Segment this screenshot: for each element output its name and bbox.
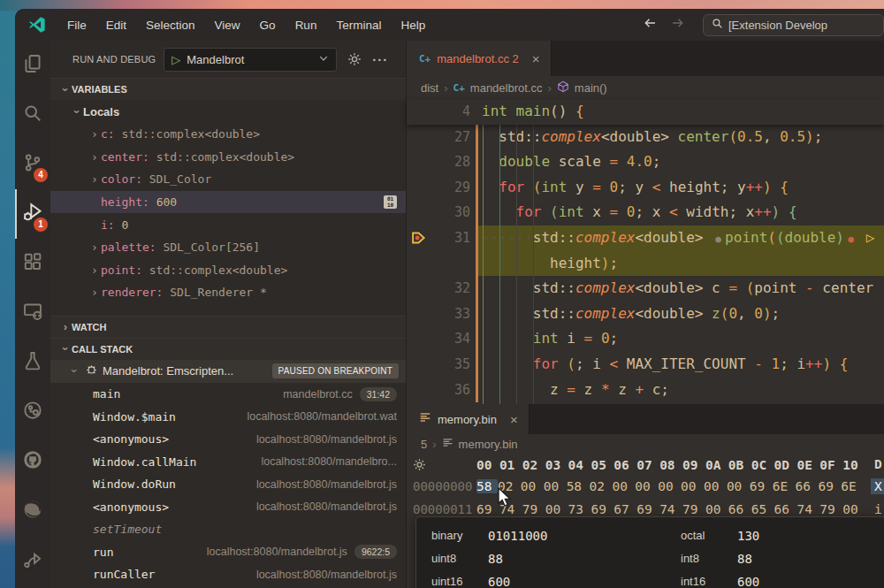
more-actions-button[interactable]: ··· <box>372 52 388 67</box>
hex-byte[interactable]: 69 <box>636 502 659 516</box>
debug-settings-gear-icon[interactable] <box>347 52 362 66</box>
activitybar-references[interactable] <box>15 387 50 437</box>
code-line-28[interactable]: 28 double scale = 4.0; <box>407 149 884 175</box>
code-editor[interactable]: 27 std::complex<double> center(0.5, 0.5)… <box>407 125 884 404</box>
hex-settings-gear-icon[interactable] <box>407 458 476 471</box>
hex-byte[interactable]: 69 <box>818 479 841 493</box>
hex-byte[interactable]: 69 <box>476 502 499 516</box>
code-line-34[interactable]: 34 int i = 0; <box>407 326 884 352</box>
debug-session-row[interactable]: › Mandelbrot: Emscripten... PAUSED ON BR… <box>50 360 406 383</box>
hex-byte[interactable]: 79 <box>682 502 705 516</box>
stack-frame[interactable]: mainmandelbrot.cc31:42 <box>50 383 406 406</box>
command-center-search[interactable]: [Extension Develop <box>703 14 884 36</box>
variable-row[interactable]: i: 0 <box>50 213 406 236</box>
breadcrumb-file[interactable]: memory.bin <box>459 438 518 451</box>
hex-byte[interactable]: 00 <box>727 479 750 493</box>
code-line-wrap[interactable]: height); <box>407 251 884 277</box>
menu-terminal[interactable]: Terminal <box>326 19 391 32</box>
hex-byte[interactable]: 00 <box>521 479 544 493</box>
back-button[interactable] <box>643 16 658 34</box>
code-line-33[interactable]: 33 std::complex<double> z(0, 0); <box>407 302 884 327</box>
close-icon[interactable]: × <box>510 412 518 427</box>
hex-byte[interactable]: 66 <box>774 502 797 516</box>
hex-byte[interactable]: 74 <box>659 502 682 516</box>
decoded-text-cell[interactable]: X <box>871 478 884 494</box>
hex-byte[interactable]: 69 <box>591 502 613 516</box>
forward-button[interactable] <box>670 16 685 34</box>
activitybar-github[interactable] <box>15 437 50 486</box>
stack-frame[interactable]: <anonymous>localhost:8080/mandelbrot.js <box>50 495 406 518</box>
code-line-35[interactable]: 35 for (; i < MAX_ITER_COUNT - 1; i++) { <box>407 352 884 378</box>
hex-byte[interactable]: 00 <box>842 502 865 516</box>
hex-byte[interactable]: 00 <box>544 479 567 493</box>
variable-row[interactable]: ›center: std::complex<double> <box>50 146 406 169</box>
watch-section-header[interactable]: › WATCH <box>50 316 406 338</box>
tab-memory-bin[interactable]: memory.bin × <box>407 404 530 434</box>
hex-byte[interactable]: 02 <box>498 479 521 493</box>
launch-config-dropdown[interactable]: ▷ Mandelbrot <box>164 48 337 72</box>
menu-edit[interactable]: Edit <box>96 19 136 32</box>
code-line-30[interactable]: 30 for (int x = 0; x < width; x++) { <box>407 200 884 225</box>
variable-row[interactable]: ›c: std::complex<double> <box>50 123 406 146</box>
start-debug-icon[interactable]: ▷ <box>171 53 180 66</box>
menu-file[interactable]: File <box>57 19 96 32</box>
hex-byte[interactable]: 65 <box>751 502 774 516</box>
activitybar-live-share[interactable] <box>15 536 50 585</box>
hex-byte[interactable]: 00 <box>704 479 727 493</box>
code-line-27[interactable]: 27 std::complex<double> center(0.5, 0.5)… <box>407 125 884 150</box>
decoded-text-cell[interactable]: i <box>871 501 884 517</box>
activitybar-remote-explorer[interactable] <box>15 288 50 338</box>
activitybar-search[interactable] <box>15 90 50 140</box>
code-line-31[interactable]: 31······std::complex<double> ●point((dou… <box>407 225 884 251</box>
locals-scope-row[interactable]: › Locals <box>50 100 406 123</box>
hex-byte[interactable]: 79 <box>522 502 545 516</box>
inline-breakpoint-dot-icon[interactable]: ● <box>844 227 857 253</box>
hex-byte[interactable]: 74 <box>499 502 522 516</box>
hex-byte[interactable]: 67 <box>613 502 636 516</box>
hex-byte[interactable]: 58 <box>476 479 498 493</box>
activitybar-source-control[interactable]: 4 <box>15 140 50 189</box>
sticky-scroll-line[interactable]: 4int main() { <box>407 99 884 125</box>
hex-byte[interactable]: 74 <box>796 502 819 516</box>
inline-breakpoint-dot-icon[interactable]: ● <box>712 227 725 253</box>
hex-byte[interactable]: 73 <box>568 502 591 516</box>
activitybar-extensions[interactable] <box>15 239 50 288</box>
hex-byte[interactable]: 6E <box>841 479 864 493</box>
variable-row[interactable]: ›palette: SDL_Color[256] <box>50 236 406 259</box>
stack-frame[interactable]: <anonymous>localhost:8080/mandelbrot.js <box>50 428 406 451</box>
hex-byte[interactable]: 00 <box>612 479 635 493</box>
hex-byte[interactable]: 00 <box>545 502 568 516</box>
hex-byte[interactable]: 66 <box>728 502 751 516</box>
view-binary-icon[interactable]: 0110 <box>384 195 397 209</box>
menu-go[interactable]: Go <box>250 19 286 32</box>
hex-byte[interactable]: 02 <box>590 479 613 493</box>
close-icon[interactable]: × <box>532 51 540 66</box>
stack-frame[interactable]: Window.callMainlocalhost:8080/mandelbro.… <box>50 450 406 473</box>
code-line-36[interactable]: 36 z = z * z + c; <box>407 378 884 403</box>
callstack-section-header[interactable]: › CALL STACK <box>50 338 406 360</box>
stack-frame[interactable]: Window.$mainlocalhost:8080/mandelbrot.wa… <box>50 405 406 428</box>
variable-row[interactable]: ›color: SDL_Color <box>50 168 406 191</box>
hex-byte[interactable]: 00 <box>705 502 728 516</box>
menu-run[interactable]: Run <box>286 19 327 32</box>
stack-frame[interactable]: runCallerlocalhost:8080/mandelbrot.js <box>50 563 406 586</box>
hex-byte[interactable]: 00 <box>681 479 704 493</box>
breadcrumb-folder[interactable]: dist <box>421 81 438 95</box>
activitybar-run-debug[interactable]: 1 <box>15 189 50 239</box>
hex-byte[interactable]: 66 <box>796 479 819 493</box>
breadcrumb-symbol[interactable]: main() <box>575 81 607 95</box>
hex-byte[interactable]: 69 <box>750 479 773 493</box>
hex-byte[interactable]: 58 <box>567 479 590 493</box>
activitybar-testing[interactable] <box>15 338 50 387</box>
breakpoint-paused-icon[interactable] <box>407 225 430 251</box>
variable-row[interactable]: height: 6000110 <box>50 191 406 214</box>
menu-help[interactable]: Help <box>391 19 435 32</box>
hex-byte[interactable]: 00 <box>658 479 681 493</box>
hex-byte[interactable]: 6E <box>773 479 796 493</box>
stack-frame[interactable]: Window.doRunlocalhost:8080/mandelbrot.js <box>50 473 406 496</box>
variable-row[interactable]: ›point: std::complex<double> <box>50 259 406 282</box>
variable-row[interactable]: ›renderer: SDL_Renderer * <box>50 281 406 304</box>
activitybar-edge-devtools[interactable] <box>15 486 50 536</box>
code-line-4[interactable]: 4int main() { <box>407 99 884 125</box>
code-line-29[interactable]: 29 for (int y = 0; y < height; y++) { <box>407 175 884 201</box>
